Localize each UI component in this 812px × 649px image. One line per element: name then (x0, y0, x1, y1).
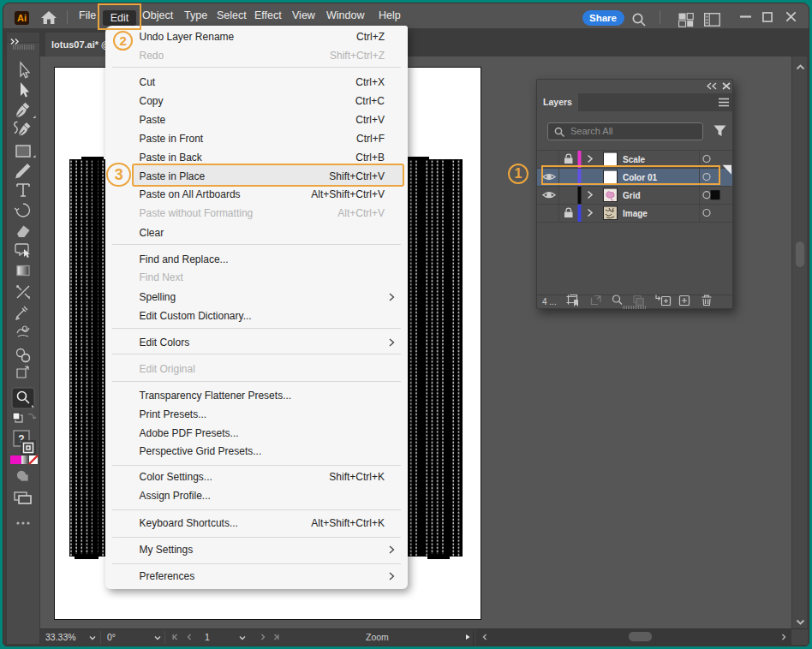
svg-text:Image: Image (623, 209, 648, 218)
svg-text:Grid: Grid (623, 191, 641, 200)
svg-text:Scale: Scale (623, 155, 646, 164)
